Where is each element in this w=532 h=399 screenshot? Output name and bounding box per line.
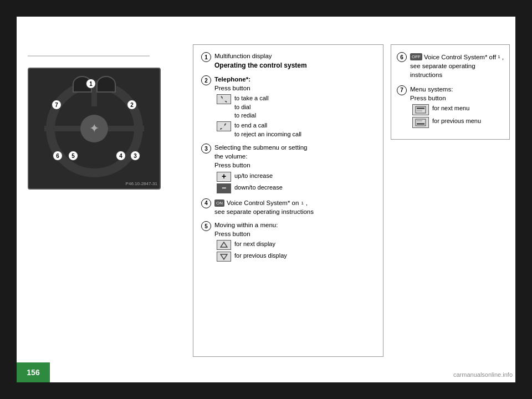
badge-1: 1: [86, 79, 96, 89]
page-number: 156: [27, 368, 39, 377]
next-display-icon: [217, 240, 231, 250]
svg-rect-6: [417, 123, 424, 125]
item7-sub2-text: for previous menu: [432, 117, 481, 125]
voice-on-icon: ON: [214, 200, 224, 207]
item2-sub2-text: to end a callto reject an incoming call: [234, 121, 301, 139]
circle-num-2: 2: [201, 75, 211, 85]
instruction-box: 1 Multifunction display Operating the co…: [193, 44, 383, 357]
item6-title: OFF Voice Control System* off1, see sepa…: [410, 52, 504, 79]
badge-7: 7: [52, 100, 62, 110]
svg-rect-7: [417, 120, 422, 121]
item5-title: Moving within a menu:Press button: [214, 221, 375, 238]
prev-menu-icon: [412, 117, 429, 128]
item3-sub2: − down/to decrease: [217, 183, 375, 193]
item1-subtitle: Operating the control system: [214, 60, 375, 70]
photo-credit: P46.10-2847-31: [126, 181, 157, 186]
instruction-item-2: 2 Telephone*:Press button to take a call…: [201, 75, 375, 139]
svg-rect-4: [417, 110, 422, 111]
divider-line: [28, 55, 150, 57]
svg-marker-0: [221, 242, 227, 247]
item7-sub1: for next menu: [412, 104, 504, 115]
item7-sub1-text: for next menu: [432, 104, 469, 112]
circle-num-1: 1: [201, 52, 211, 62]
item2-sub1: to take a callto dialto redial: [217, 94, 375, 120]
instruction-item-5: 5 Moving within a menu:Press button for …: [201, 221, 375, 262]
steering-wheel-image: ✦ 1 2 3 4 5 6 7 P46.10-2847-31: [28, 68, 161, 190]
item7-title: Menu systems:Press button: [410, 85, 504, 103]
content-area: ✦ 1 2 3 4 5 6 7 P46.10-2847-31: [17, 39, 515, 362]
next-menu-icon: [412, 104, 429, 115]
minus-icon: −: [217, 183, 231, 193]
item5-sub2-text: for previous display: [234, 252, 287, 260]
item1-title: Multifunction display: [214, 52, 375, 60]
item4-title: ON Voice Control System* on1, see separa…: [214, 198, 375, 217]
watermark: carmanualsonline.info: [453, 371, 513, 378]
middle-section: 1 Multifunction display Operating the co…: [188, 39, 388, 362]
phone-call-icon: [217, 94, 231, 104]
item5-sub2: for previous display: [217, 252, 375, 262]
right-item-7: 7 Menu systems:Press button for next men…: [397, 85, 504, 128]
right-item-6: 6 OFF Voice Control System* off1, see se…: [397, 52, 504, 79]
circle-num-5: 5: [201, 221, 211, 231]
right-section: 6 OFF Voice Control System* off1, see se…: [388, 39, 515, 362]
instruction-item-1: 1 Multifunction display Operating the co…: [201, 52, 375, 70]
circle-num-6: 6: [397, 52, 407, 62]
badge-6: 6: [53, 151, 63, 161]
badge-4: 4: [116, 151, 126, 161]
plus-icon: +: [217, 172, 231, 182]
badge-2: 2: [127, 100, 137, 110]
item3-sub1-text: up/to increase: [234, 172, 273, 180]
svg-rect-2: [416, 106, 426, 113]
item3-title: Selecting the submenu or settingthe volu…: [214, 143, 375, 170]
item2-title: Telephone*:Press button: [214, 75, 375, 93]
svg-rect-3: [417, 108, 424, 109]
item5-sub1: for next display: [217, 240, 375, 250]
left-section: ✦ 1 2 3 4 5 6 7 P46.10-2847-31: [17, 39, 188, 362]
voice-off-icon: OFF: [410, 53, 422, 60]
circle-num-7: 7: [397, 85, 407, 95]
page-number-badge: 156: [17, 362, 50, 382]
circle-num-3: 3: [201, 144, 211, 154]
item3-sub2-text: down/to decrease: [234, 183, 283, 192]
item2-sub2: to end a callto reject an incoming call: [217, 121, 375, 139]
item5-sub1-text: for next display: [234, 240, 275, 248]
item2-sub1-text: to take a callto dialto redial: [234, 94, 269, 120]
phone-end-icon: [217, 121, 231, 131]
badge-5: 5: [68, 151, 78, 161]
svg-marker-1: [221, 254, 227, 259]
instruction-item-4: 4 ON Voice Control System* on1, see sepa…: [201, 198, 375, 217]
item3-sub1: + up/to increase: [217, 172, 375, 182]
right-instruction-box: 6 OFF Voice Control System* off1, see se…: [391, 44, 510, 140]
circle-num-4: 4: [201, 198, 211, 208]
svg-rect-5: [416, 119, 426, 126]
badge-3: 3: [130, 151, 140, 161]
instruction-item-3: 3 Selecting the submenu or settingthe vo…: [201, 143, 375, 193]
prev-display-icon: [217, 252, 231, 262]
item7-sub2: for previous menu: [412, 117, 504, 128]
